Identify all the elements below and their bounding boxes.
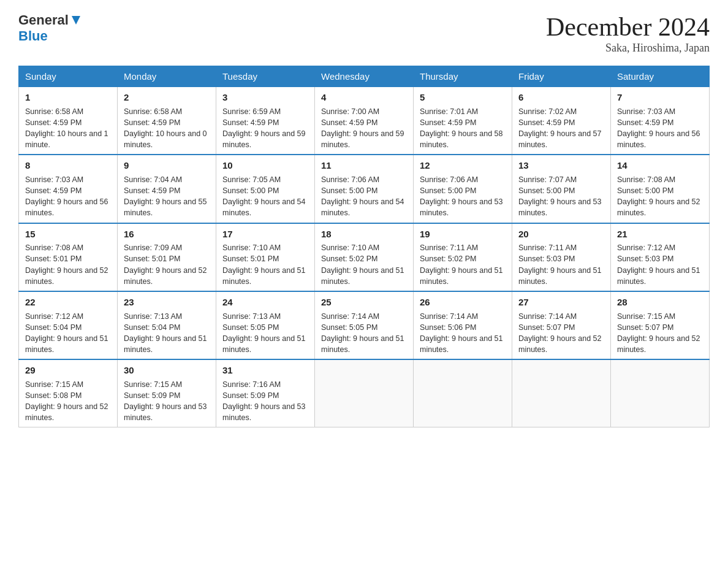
calendar-cell: 13 Sunrise: 7:07 AM Sunset: 5:00 PM Dayl…: [512, 155, 611, 223]
day-number: 7: [617, 91, 703, 104]
calendar-week-row: 1 Sunrise: 6:58 AM Sunset: 4:59 PM Dayli…: [19, 87, 710, 155]
sunset-line: Sunset: 4:59 PM: [617, 118, 673, 127]
sunrise-line: Sunrise: 7:03 AM: [617, 107, 675, 116]
day-number: 17: [222, 228, 308, 241]
sunset-line: Sunset: 5:00 PM: [321, 186, 377, 195]
calendar-cell: 14 Sunrise: 7:08 AM Sunset: 5:00 PM Dayl…: [611, 155, 710, 223]
day-number: 3: [222, 91, 308, 104]
sunrise-line: Sunrise: 7:10 AM: [222, 243, 281, 252]
calendar-cell: 6 Sunrise: 7:02 AM Sunset: 4:59 PM Dayli…: [512, 87, 611, 155]
calendar-cell: 23 Sunrise: 7:13 AM Sunset: 5:04 PM Dayl…: [118, 291, 216, 359]
sunset-line: Sunset: 4:59 PM: [124, 118, 180, 127]
title-block: December 2024 Saka, Hiroshima, Japan: [546, 12, 710, 55]
calendar-cell: 9 Sunrise: 7:04 AM Sunset: 4:59 PM Dayli…: [118, 155, 216, 223]
sunrise-line: Sunrise: 7:14 AM: [321, 312, 379, 321]
daylight-line: Daylight: 9 hours and 51 minutes.: [25, 334, 108, 354]
sunrise-line: Sunrise: 7:14 AM: [518, 312, 577, 321]
daylight-line: Daylight: 9 hours and 58 minutes.: [420, 129, 503, 149]
sunset-line: Sunset: 4:59 PM: [518, 118, 575, 127]
daylight-line: Daylight: 10 hours and 0 minutes.: [124, 129, 207, 149]
sunrise-line: Sunrise: 7:05 AM: [222, 175, 281, 184]
calendar-cell: 15 Sunrise: 7:08 AM Sunset: 5:01 PM Dayl…: [19, 223, 118, 291]
day-number: 6: [518, 91, 604, 104]
sunset-line: Sunset: 5:06 PM: [420, 323, 476, 332]
daylight-line: Daylight: 9 hours and 51 minutes.: [124, 334, 207, 354]
sunset-line: Sunset: 5:01 PM: [25, 255, 82, 263]
calendar-cell: 16 Sunrise: 7:09 AM Sunset: 5:01 PM Dayl…: [118, 223, 216, 291]
sunset-line: Sunset: 4:59 PM: [321, 118, 377, 127]
sunrise-line: Sunrise: 7:15 AM: [124, 380, 182, 389]
sunrise-line: Sunrise: 6:58 AM: [124, 107, 182, 116]
daylight-line: Daylight: 9 hours and 59 minutes.: [222, 129, 306, 149]
calendar-cell: [315, 359, 414, 427]
calendar-cell: [414, 359, 512, 427]
day-header-saturday: Saturday: [611, 66, 710, 87]
daylight-line: Daylight: 9 hours and 56 minutes.: [25, 197, 108, 217]
day-number: 1: [25, 91, 111, 104]
calendar-week-row: 8 Sunrise: 7:03 AM Sunset: 4:59 PM Dayli…: [19, 155, 710, 223]
day-number: 18: [321, 228, 407, 241]
location-subtitle: Saka, Hiroshima, Japan: [546, 42, 710, 55]
day-header-tuesday: Tuesday: [216, 66, 315, 87]
day-header-friday: Friday: [512, 66, 611, 87]
svg-marker-0: [72, 16, 80, 25]
daylight-line: Daylight: 9 hours and 52 minutes.: [25, 402, 108, 422]
calendar-cell: 10 Sunrise: 7:05 AM Sunset: 5:00 PM Dayl…: [216, 155, 315, 223]
day-number: 11: [321, 159, 407, 172]
daylight-line: Daylight: 9 hours and 55 minutes.: [124, 197, 207, 217]
sunset-line: Sunset: 4:59 PM: [420, 118, 476, 127]
sunrise-line: Sunrise: 7:16 AM: [222, 380, 281, 389]
day-number: 19: [420, 228, 506, 241]
sunrise-line: Sunrise: 7:15 AM: [25, 380, 83, 389]
sunset-line: Sunset: 5:03 PM: [518, 255, 575, 263]
calendar-cell: [611, 359, 710, 427]
calendar-cell: 19 Sunrise: 7:11 AM Sunset: 5:02 PM Dayl…: [414, 223, 512, 291]
sunset-line: Sunset: 5:02 PM: [321, 255, 377, 263]
daylight-line: Daylight: 9 hours and 53 minutes.: [222, 402, 306, 422]
calendar-cell: [512, 359, 611, 427]
sunset-line: Sunset: 5:09 PM: [222, 391, 279, 400]
daylight-line: Daylight: 9 hours and 52 minutes.: [518, 334, 602, 354]
sunset-line: Sunset: 5:08 PM: [25, 391, 82, 400]
daylight-line: Daylight: 9 hours and 51 minutes.: [222, 266, 306, 286]
day-header-wednesday: Wednesday: [315, 66, 414, 87]
sunset-line: Sunset: 4:59 PM: [25, 186, 82, 195]
sunrise-line: Sunrise: 7:13 AM: [222, 312, 281, 321]
calendar-cell: 25 Sunrise: 7:14 AM Sunset: 5:05 PM Dayl…: [315, 291, 414, 359]
sunset-line: Sunset: 5:07 PM: [617, 323, 673, 332]
daylight-line: Daylight: 9 hours and 53 minutes.: [518, 197, 602, 217]
sunrise-line: Sunrise: 7:06 AM: [420, 175, 478, 184]
sunset-line: Sunset: 5:05 PM: [321, 323, 377, 332]
day-number: 14: [617, 159, 703, 172]
sunset-line: Sunset: 4:59 PM: [25, 118, 82, 127]
day-number: 16: [124, 228, 210, 241]
daylight-line: Daylight: 10 hours and 1 minute.: [25, 129, 108, 149]
sunset-line: Sunset: 5:00 PM: [222, 186, 279, 195]
sunrise-line: Sunrise: 7:09 AM: [124, 243, 182, 252]
calendar-cell: 22 Sunrise: 7:12 AM Sunset: 5:04 PM Dayl…: [19, 291, 118, 359]
calendar-week-row: 15 Sunrise: 7:08 AM Sunset: 5:01 PM Dayl…: [19, 223, 710, 291]
sunset-line: Sunset: 4:59 PM: [124, 186, 180, 195]
day-number: 4: [321, 91, 407, 104]
calendar-cell: 31 Sunrise: 7:16 AM Sunset: 5:09 PM Dayl…: [216, 359, 315, 427]
calendar-cell: 11 Sunrise: 7:06 AM Sunset: 5:00 PM Dayl…: [315, 155, 414, 223]
logo-triangle-icon: [69, 13, 83, 27]
calendar-cell: 18 Sunrise: 7:10 AM Sunset: 5:02 PM Dayl…: [315, 223, 414, 291]
day-number: 28: [617, 296, 703, 309]
sunset-line: Sunset: 5:07 PM: [518, 323, 575, 332]
sunset-line: Sunset: 5:00 PM: [518, 186, 575, 195]
sunset-line: Sunset: 5:04 PM: [124, 323, 180, 332]
calendar-week-row: 29 Sunrise: 7:15 AM Sunset: 5:08 PM Dayl…: [19, 359, 710, 427]
sunrise-line: Sunrise: 7:00 AM: [321, 107, 379, 116]
calendar-cell: 12 Sunrise: 7:06 AM Sunset: 5:00 PM Dayl…: [414, 155, 512, 223]
day-header-monday: Monday: [118, 66, 216, 87]
sunrise-line: Sunrise: 7:13 AM: [124, 312, 182, 321]
day-number: 8: [25, 159, 111, 172]
day-number: 5: [420, 91, 506, 104]
daylight-line: Daylight: 9 hours and 57 minutes.: [518, 129, 602, 149]
day-number: 27: [518, 296, 604, 309]
calendar-table: SundayMondayTuesdayWednesdayThursdayFrid…: [18, 66, 710, 427]
sunrise-line: Sunrise: 7:10 AM: [321, 243, 379, 252]
daylight-line: Daylight: 9 hours and 51 minutes.: [420, 334, 503, 354]
day-number: 31: [222, 364, 308, 377]
